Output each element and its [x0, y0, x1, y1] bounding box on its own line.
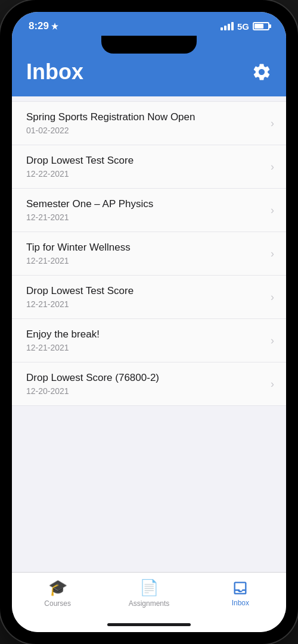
chevron-right-icon: › — [271, 248, 274, 260]
status-right: 5G — [221, 21, 269, 32]
signal-bars — [221, 22, 234, 30]
notch-area — [12, 36, 286, 54]
tab-courses[interactable]: 🎓 Courses — [34, 579, 82, 608]
tab-bar: 🎓 Courses 📄 Assignments Inbox — [12, 572, 286, 620]
inbox-item-date: 12-21-2021 — [26, 256, 265, 265]
gear-icon — [252, 62, 272, 82]
tab-assignments[interactable]: 📄 Assignments — [125, 579, 173, 608]
chevron-right-icon: › — [271, 117, 274, 130]
inbox-item-content: Spring Sports Registration Now Open 01-0… — [26, 111, 265, 135]
assignments-icon: 📄 — [139, 579, 159, 597]
inbox-item-title: Drop Lowest Test Score — [26, 155, 265, 167]
chevron-right-icon: › — [271, 378, 274, 390]
inbox-item-date: 01-02-2022 — [26, 126, 265, 135]
tab-courses-label: Courses — [44, 599, 71, 608]
inbox-item-date: 12-21-2021 — [26, 212, 265, 222]
inbox-item[interactable]: Drop Lowest Test Score 12-21-2021 › — [12, 276, 286, 319]
inbox-item-title: Spring Sports Registration Now Open — [26, 111, 265, 123]
signal-bar-2 — [224, 26, 226, 30]
notch — [101, 36, 197, 54]
inbox-item[interactable]: Semester One – AP Physics 12-21-2021 › — [12, 189, 286, 232]
location-icon — [51, 23, 58, 30]
phone-frame: 8:29 5G — [0, 0, 298, 644]
tab-assignments-label: Assignments — [129, 599, 170, 608]
settings-button[interactable] — [252, 62, 272, 85]
status-bar: 8:29 5G — [12, 12, 286, 37]
inbox-item-content: Enjoy the break! 12-21-2021 — [26, 329, 265, 352]
courses-icon: 🎓 — [48, 579, 67, 597]
chevron-right-icon: › — [271, 291, 274, 304]
inbox-item-content: Tip for Winter Wellness 12-21-2021 — [26, 242, 265, 265]
inbox-item[interactable]: Tip for Winter Wellness 12-21-2021 › — [12, 232, 286, 276]
tab-inbox[interactable]: Inbox — [216, 580, 264, 607]
inbox-item-content: Drop Lowest Score (76800-2) 12-20-2021 — [26, 372, 265, 396]
signal-bar-4 — [231, 22, 234, 30]
home-bar — [107, 623, 191, 626]
inbox-item[interactable]: Enjoy the break! 12-21-2021 › — [12, 319, 286, 362]
inbox-item-title: Tip for Winter Wellness — [26, 242, 265, 254]
inbox-item-title: Drop Lowest Score (76800-2) — [26, 372, 265, 384]
inbox-item-content: Semester One – AP Physics 12-21-2021 — [26, 198, 265, 222]
signal-bar-1 — [221, 27, 223, 30]
inbox-item-content: Drop Lowest Test Score 12-21-2021 — [26, 285, 265, 309]
chevron-right-icon: › — [271, 161, 274, 173]
inbox-item-date: 12-22-2021 — [26, 169, 265, 179]
battery-icon — [253, 22, 269, 30]
page-title: Inbox — [26, 60, 83, 85]
chevron-right-icon: › — [271, 334, 274, 347]
home-indicator — [12, 620, 286, 632]
inbox-content: Spring Sports Registration Now Open 01-0… — [12, 96, 286, 572]
inbox-item-date: 12-21-2021 — [26, 299, 265, 309]
phone-screen: 8:29 5G — [12, 12, 286, 632]
inbox-tab-icon — [232, 580, 249, 596]
inbox-item[interactable]: Spring Sports Registration Now Open 01-0… — [12, 101, 286, 145]
tab-inbox-label: Inbox — [232, 599, 249, 607]
5g-indicator: 5G — [237, 21, 249, 32]
inbox-item[interactable]: Drop Lowest Test Score 12-22-2021 › — [12, 145, 286, 189]
signal-bar-3 — [228, 24, 230, 30]
inbox-list: Spring Sports Registration Now Open 01-0… — [12, 101, 286, 406]
inbox-item-date: 12-21-2021 — [26, 343, 265, 352]
chevron-right-icon: › — [271, 204, 274, 217]
inbox-item-title: Enjoy the break! — [26, 329, 265, 340]
inbox-item-title: Drop Lowest Test Score — [26, 285, 265, 297]
inbox-item-date: 12-20-2021 — [26, 386, 265, 396]
status-time: 8:29 — [29, 20, 58, 32]
time-display: 8:29 — [29, 20, 49, 32]
battery-fill — [254, 24, 263, 29]
inbox-item-content: Drop Lowest Test Score 12-22-2021 — [26, 155, 265, 179]
inbox-item-title: Semester One – AP Physics — [26, 198, 265, 210]
inbox-item[interactable]: Drop Lowest Score (76800-2) 12-20-2021 › — [12, 362, 286, 406]
page-header: Inbox — [12, 54, 286, 96]
